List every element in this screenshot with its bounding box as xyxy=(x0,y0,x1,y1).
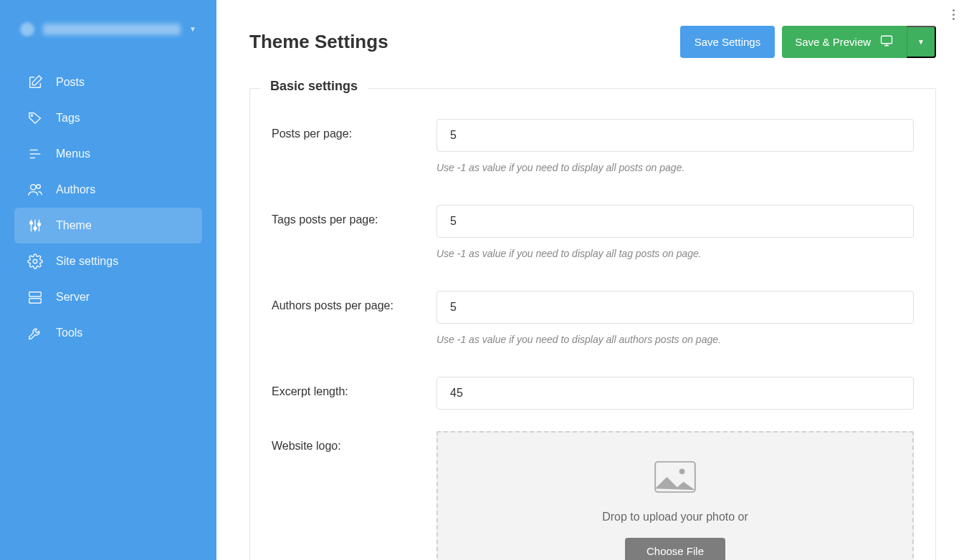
tags-posts-per-page-hint: Use -1 as value if you need to display a… xyxy=(436,248,914,259)
tags-posts-per-page-label: Tags posts per page: xyxy=(272,205,436,226)
dropzone-text: Drop to upload your photo or xyxy=(602,511,748,523)
sidebar-item-label: Tags xyxy=(56,112,80,125)
image-icon xyxy=(653,460,697,496)
site-switcher[interactable]: ▼ xyxy=(0,14,216,54)
tag-icon xyxy=(27,110,43,126)
posts-per-page-hint: Use -1 as value if you need to display a… xyxy=(436,162,914,173)
svg-point-21 xyxy=(679,468,685,474)
save-preview-group: Save & Preview ▼ xyxy=(782,26,936,58)
authors-posts-per-page-hint: Use -1 as value if you need to display a… xyxy=(436,334,914,345)
svg-point-9 xyxy=(34,227,37,230)
website-logo-label: Website logo: xyxy=(272,431,436,453)
sidebar-item-label: Server xyxy=(56,291,90,304)
sidebar-nav: Posts Tags Menus Authors xyxy=(0,54,216,351)
authors-posts-per-page-label: Authors posts per page: xyxy=(272,291,436,312)
posts-per-page-row: Posts per page: Use -1 as value if you n… xyxy=(272,119,914,173)
sidebar-item-label: Posts xyxy=(56,76,85,89)
server-icon xyxy=(27,289,43,305)
edit-icon xyxy=(27,74,43,90)
sidebar-item-authors[interactable]: Authors xyxy=(14,172,202,208)
save-settings-button[interactable]: Save Settings xyxy=(680,26,775,58)
site-name xyxy=(43,24,181,35)
save-preview-button[interactable]: Save & Preview xyxy=(782,26,907,58)
chevron-down-icon: ▼ xyxy=(189,25,196,33)
logo-dropzone[interactable]: Drop to upload your photo or Choose File xyxy=(436,431,914,560)
svg-point-12 xyxy=(33,259,37,264)
posts-per-page-label: Posts per page: xyxy=(272,119,436,140)
svg-rect-17 xyxy=(882,36,892,44)
excerpt-length-label: Excerpt length: xyxy=(272,377,436,398)
main-content: Theme Settings Save Settings Save & Prev… xyxy=(216,0,969,560)
chevron-down-icon: ▼ xyxy=(917,38,925,46)
page-header: Theme Settings Save Settings Save & Prev… xyxy=(216,0,969,78)
content: Basic settings Posts per page: Use -1 as… xyxy=(216,88,969,560)
users-icon xyxy=(27,182,43,198)
sidebar-item-tools[interactable]: Tools xyxy=(14,315,202,351)
svg-point-7 xyxy=(30,222,33,225)
save-preview-dropdown[interactable]: ▼ xyxy=(907,26,936,58)
sidebar-item-label: Menus xyxy=(56,148,90,160)
authors-posts-per-page-row: Authors posts per page: Use -1 as value … xyxy=(272,291,914,345)
svg-point-11 xyxy=(38,223,41,226)
excerpt-length-input[interactable] xyxy=(436,377,914,410)
sidebar-item-theme[interactable]: Theme xyxy=(14,208,202,243)
sidebar-item-label: Theme xyxy=(56,219,92,232)
sidebar-item-site-settings[interactable]: Site settings xyxy=(14,243,202,279)
tags-posts-per-page-row: Tags posts per page: Use -1 as value if … xyxy=(272,205,914,259)
sidebar-item-label: Authors xyxy=(56,183,95,196)
svg-rect-14 xyxy=(29,299,42,303)
sidebar-item-menus[interactable]: Menus xyxy=(14,136,202,172)
svg-point-0 xyxy=(31,115,32,116)
sliders-icon xyxy=(27,218,43,233)
kebab-menu[interactable] xyxy=(946,6,960,23)
fieldset-legend: Basic settings xyxy=(260,79,368,94)
sidebar: ▼ Posts Tags Menus xyxy=(0,0,216,560)
monitor-icon xyxy=(879,34,894,49)
menu-list-icon xyxy=(27,146,43,162)
wrench-icon xyxy=(27,325,43,341)
authors-posts-per-page-input[interactable] xyxy=(436,291,914,324)
choose-file-button[interactable]: Choose File xyxy=(625,538,725,560)
sidebar-item-tags[interactable]: Tags xyxy=(14,100,202,136)
sidebar-item-server[interactable]: Server xyxy=(14,279,202,315)
posts-per-page-input[interactable] xyxy=(436,119,914,152)
header-actions: Save Settings Save & Preview ▼ xyxy=(680,26,936,58)
svg-point-4 xyxy=(31,185,36,190)
sidebar-item-posts[interactable]: Posts xyxy=(14,64,202,100)
save-preview-label: Save & Preview xyxy=(795,36,871,48)
tags-posts-per-page-input[interactable] xyxy=(436,205,914,238)
site-logo xyxy=(20,22,34,37)
basic-settings-fieldset: Basic settings Posts per page: Use -1 as… xyxy=(249,88,936,560)
gear-icon xyxy=(27,254,43,269)
svg-point-5 xyxy=(37,185,41,189)
website-logo-row: Website logo: Drop to upload your photo … xyxy=(272,431,914,560)
page-title: Theme Settings xyxy=(249,31,680,53)
svg-rect-13 xyxy=(29,292,42,296)
excerpt-length-row: Excerpt length: xyxy=(272,377,914,410)
sidebar-item-label: Site settings xyxy=(56,255,118,268)
sidebar-item-label: Tools xyxy=(56,327,82,339)
